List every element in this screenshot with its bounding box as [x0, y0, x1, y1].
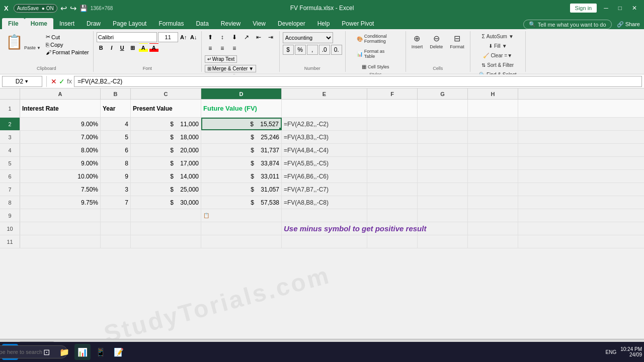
- cell-g3[interactable]: [418, 131, 468, 143]
- cell-d3[interactable]: $ 25,246: [201, 131, 282, 143]
- bold-btn[interactable]: B: [97, 43, 106, 52]
- cell-a2[interactable]: 9.00%: [20, 118, 101, 130]
- word-btn[interactable]: 📝: [111, 344, 127, 360]
- fill-color-btn[interactable]: A: [139, 43, 148, 52]
- cell-e4[interactable]: =FV(A4,B4,,-C4): [282, 144, 367, 156]
- cell-c2[interactable]: $ 11,000: [131, 118, 201, 130]
- confirm-formula-btn[interactable]: ✓: [59, 77, 65, 85]
- maximize-btn[interactable]: □: [615, 5, 625, 12]
- cell-a10[interactable]: [20, 222, 101, 235]
- cell-a9[interactable]: [20, 209, 101, 222]
- format-btn[interactable]: ⊟ Format: [447, 32, 467, 51]
- cell-h6[interactable]: [468, 170, 518, 183]
- paste-options-icon[interactable]: 📋: [203, 213, 209, 218]
- cell-e5[interactable]: =FV(A5,B5,,-C5): [282, 157, 367, 169]
- cell-d7[interactable]: $ 31,057: [201, 183, 282, 196]
- tab-home[interactable]: Home: [25, 18, 53, 29]
- cell-e3[interactable]: =FV(A3,B3,,-C3): [282, 131, 367, 143]
- cell-c8[interactable]: $ 30,000: [131, 196, 201, 209]
- cell-f3[interactable]: [367, 131, 418, 143]
- formula-input[interactable]: [74, 76, 642, 87]
- cell-f1[interactable]: [367, 100, 418, 117]
- cell-f4[interactable]: [367, 144, 418, 156]
- text-direction-btn[interactable]: ↗: [241, 32, 252, 42]
- share-btn[interactable]: 🔗 Share: [617, 21, 640, 28]
- cell-c7[interactable]: $ 25,000: [131, 183, 201, 196]
- cell-a5[interactable]: 9.00%: [20, 157, 101, 169]
- tab-formulas[interactable]: Formulas: [152, 18, 190, 29]
- cell-e7[interactable]: =FV(A7,B7,,-C7): [282, 183, 367, 196]
- tab-review[interactable]: Review: [215, 18, 247, 29]
- cell-h3[interactable]: [468, 131, 518, 143]
- cell-f10[interactable]: [367, 222, 418, 235]
- font-decrease-btn[interactable]: A↓: [189, 33, 198, 42]
- cut-button[interactable]: ✂ Cut: [45, 33, 90, 41]
- cell-b7[interactable]: 3: [101, 183, 131, 196]
- cell-h2[interactable]: [468, 118, 518, 130]
- insert-btn[interactable]: ⊕ Insert: [409, 32, 426, 51]
- tab-power-pivot[interactable]: Power Pivot: [336, 18, 380, 29]
- task-view-btn[interactable]: ⊡: [38, 344, 54, 360]
- cell-f6[interactable]: [367, 170, 418, 183]
- cell-e2[interactable]: =FV(A2,B2,,-C2): [282, 118, 367, 130]
- cell-b6[interactable]: 9: [101, 170, 131, 183]
- tab-page-layout[interactable]: Page Layout: [107, 18, 152, 29]
- cell-a4[interactable]: 8.00%: [20, 144, 101, 156]
- cell-g10[interactable]: [418, 222, 468, 235]
- signin-button[interactable]: Sign in: [570, 4, 597, 13]
- tab-file[interactable]: File: [2, 18, 25, 29]
- cell-h8[interactable]: [468, 196, 518, 209]
- copy-button[interactable]: ⎘ Copy: [45, 41, 90, 48]
- insert-function-btn[interactable]: fx: [67, 77, 72, 85]
- cell-b2[interactable]: 4: [101, 118, 131, 130]
- cell-b10[interactable]: [101, 222, 131, 235]
- cell-h7[interactable]: [468, 183, 518, 196]
- cell-f9[interactable]: [367, 209, 418, 222]
- decimal-decrease-btn[interactable]: 0.: [331, 45, 342, 55]
- cell-d5[interactable]: $ 33,874: [201, 157, 282, 169]
- format-painter-button[interactable]: 🖌 Format Painter: [45, 49, 90, 56]
- align-bottom-btn[interactable]: ⬇: [229, 32, 240, 42]
- merge-center-btn[interactable]: ⊞ Merge & Center ▼: [205, 65, 257, 72]
- cell-d1[interactable]: Future Value (FV): [201, 100, 282, 117]
- cell-g7[interactable]: [418, 183, 468, 196]
- tab-insert[interactable]: Insert: [53, 18, 80, 29]
- cell-c4[interactable]: $ 20,000: [131, 144, 201, 156]
- cell-g1[interactable]: [418, 100, 468, 117]
- cell-c6[interactable]: $ 14,000: [131, 170, 201, 183]
- tab-view[interactable]: View: [247, 18, 272, 29]
- format-as-table-btn[interactable]: 📊 Format as Table: [354, 47, 397, 60]
- col-header-d[interactable]: D: [201, 88, 282, 99]
- cell-c1[interactable]: Present Value: [131, 100, 201, 117]
- cell-f8[interactable]: [367, 196, 418, 209]
- fill-btn[interactable]: ⬇ Fill ▼: [476, 42, 519, 50]
- cell-d6[interactable]: $ 33,011: [201, 170, 282, 183]
- cell-c9[interactable]: [131, 209, 201, 222]
- border-btn[interactable]: ⊞: [128, 43, 137, 52]
- cell-f7[interactable]: [367, 183, 418, 196]
- tab-help[interactable]: Help: [311, 18, 336, 29]
- cell-b8[interactable]: 7: [101, 196, 131, 209]
- font-size-input[interactable]: [158, 32, 178, 42]
- name-box[interactable]: D2 ▼: [2, 76, 42, 87]
- align-center-btn[interactable]: ≡: [217, 43, 228, 53]
- cell-b5[interactable]: 8: [101, 157, 131, 169]
- excel-taskbar-btn[interactable]: 📊: [74, 344, 91, 360]
- cell-g4[interactable]: [418, 144, 468, 156]
- undo-btn[interactable]: ↩: [60, 4, 67, 13]
- delete-btn[interactable]: ⊖ Delete: [427, 32, 445, 51]
- cell-c5[interactable]: $ 17,000: [131, 157, 201, 169]
- comma-btn[interactable]: ,: [307, 45, 318, 55]
- cell-d11[interactable]: [201, 235, 282, 248]
- cell-b1[interactable]: Year: [101, 100, 131, 117]
- cell-g6[interactable]: [418, 170, 468, 183]
- cell-d2[interactable]: $ 15,527: [201, 118, 282, 130]
- font-color-btn[interactable]: A: [149, 43, 158, 52]
- cell-b4[interactable]: 6: [101, 144, 131, 156]
- indent-increase-btn[interactable]: ⇥: [265, 32, 276, 42]
- col-header-a[interactable]: A: [20, 88, 101, 99]
- align-middle-btn[interactable]: ↕: [217, 32, 228, 42]
- indent-decrease-btn[interactable]: ⇤: [253, 32, 264, 42]
- number-format-select[interactable]: Accounting: [283, 32, 333, 43]
- align-right-btn[interactable]: ≡: [229, 43, 240, 53]
